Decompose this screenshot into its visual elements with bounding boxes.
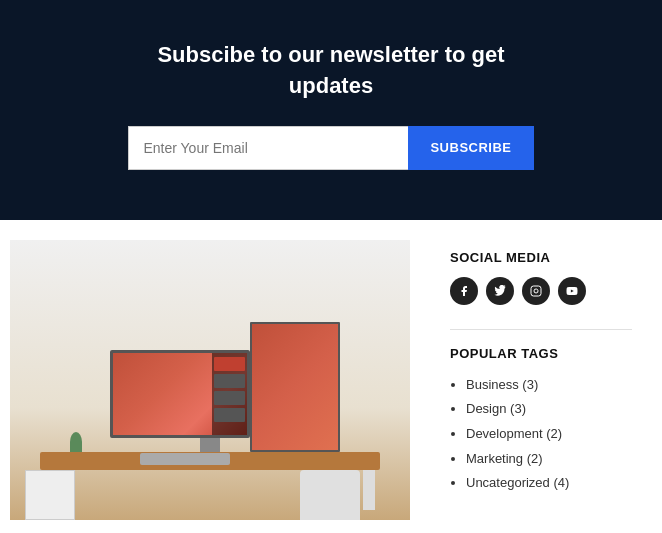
facebook-icon[interactable] xyxy=(450,277,478,305)
monitor-small-screen xyxy=(252,324,338,450)
newsletter-section: Subscibe to our newsletter to get update… xyxy=(0,0,662,220)
thumb-1 xyxy=(214,357,245,371)
tag-item-design[interactable]: Design (3) xyxy=(466,397,632,422)
thumb-2 xyxy=(214,374,245,388)
popular-tags-heading: POPULAR TAGS xyxy=(450,346,632,361)
monitor-small xyxy=(250,322,340,452)
desk-leg-right xyxy=(363,470,375,510)
sidebar: SOCIAL MEDIA xyxy=(440,240,642,530)
social-icons xyxy=(450,277,632,305)
social-media-section: SOCIAL MEDIA xyxy=(450,250,632,305)
newsletter-title: Subscibe to our newsletter to get update… xyxy=(121,40,541,102)
subscribe-button[interactable]: SUBSCRIBE xyxy=(408,126,533,170)
drawer-unit xyxy=(25,470,75,520)
svg-rect-0 xyxy=(531,286,541,296)
popular-tags-list: Business (3) Design (3) Development (2) … xyxy=(450,373,632,496)
main-content: SOCIAL MEDIA xyxy=(0,220,662,533)
email-input[interactable] xyxy=(128,126,408,170)
screen-overlay xyxy=(212,353,247,435)
chair xyxy=(300,470,360,520)
desk-scene xyxy=(10,240,410,520)
tag-item-uncategorized[interactable]: Uncategorized (4) xyxy=(466,471,632,496)
thumb-4 xyxy=(214,408,245,422)
thumb-3 xyxy=(214,391,245,405)
monitor-screen xyxy=(113,353,247,435)
featured-image xyxy=(10,240,410,520)
monitor-stand xyxy=(200,438,220,452)
twitter-icon[interactable] xyxy=(486,277,514,305)
plant xyxy=(70,432,82,452)
keyboard xyxy=(140,453,230,465)
popular-tags-section: POPULAR TAGS Business (3) Design (3) Dev… xyxy=(450,346,632,496)
tag-item-development[interactable]: Development (2) xyxy=(466,422,632,447)
instagram-icon[interactable] xyxy=(522,277,550,305)
divider xyxy=(450,329,632,330)
youtube-icon[interactable] xyxy=(558,277,586,305)
tag-item-marketing[interactable]: Marketing (2) xyxy=(466,447,632,472)
social-media-heading: SOCIAL MEDIA xyxy=(450,250,632,265)
tag-item-business[interactable]: Business (3) xyxy=(466,373,632,398)
newsletter-form: SUBSCRIBE xyxy=(128,126,533,170)
monitor-large xyxy=(110,350,250,438)
